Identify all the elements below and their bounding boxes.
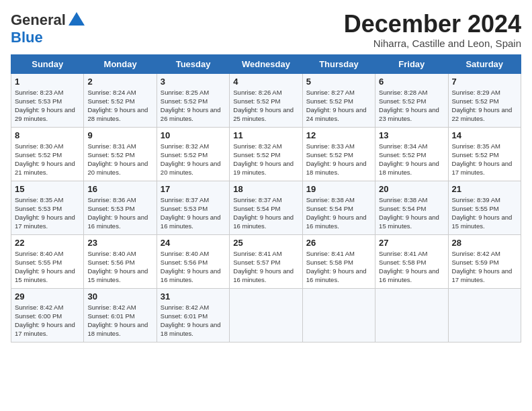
logo-icon (67, 11, 86, 30)
calendar-cell: 16Sunrise: 8:36 AMSunset: 5:53 PMDayligh… (84, 181, 157, 234)
day-number: 2 (87, 77, 152, 87)
day-number: 16 (87, 184, 152, 194)
weekday-header-row: SundayMondayTuesdayWednesdayThursdayFrid… (11, 54, 521, 73)
day-number: 10 (161, 130, 226, 140)
day-info: Sunrise: 8:30 AMSunset: 5:52 PMDaylight:… (15, 142, 75, 177)
day-number: 24 (161, 238, 226, 248)
header: General Blue December 2024 Niharra, Cast… (11, 11, 521, 49)
day-info: Sunrise: 8:28 AMSunset: 5:52 PMDaylight:… (379, 89, 439, 123)
calendar-cell: 10Sunrise: 8:32 AMSunset: 5:52 PMDayligh… (157, 127, 229, 181)
day-info: Sunrise: 8:42 AMSunset: 6:01 PMDaylight:… (87, 304, 148, 338)
calendar-subtitle: Niharra, Castille and Leon, Spain (344, 38, 521, 49)
calendar-cell: 11Sunrise: 8:32 AMSunset: 5:52 PMDayligh… (230, 127, 302, 181)
day-info: Sunrise: 8:37 AMSunset: 5:54 PMDaylight:… (233, 196, 294, 230)
calendar-cell: 31Sunrise: 8:42 AMSunset: 6:01 PMDayligh… (157, 288, 229, 342)
calendar-cell: 21Sunrise: 8:39 AMSunset: 5:55 PMDayligh… (448, 181, 521, 234)
calendar-cell: 13Sunrise: 8:34 AMSunset: 5:52 PMDayligh… (375, 127, 448, 181)
calendar-cell: 6Sunrise: 8:28 AMSunset: 5:52 PMDaylight… (375, 73, 448, 127)
calendar-cell: 3Sunrise: 8:25 AMSunset: 5:52 PMDaylight… (157, 73, 229, 127)
calendar-cell: 5Sunrise: 8:27 AMSunset: 5:52 PMDaylight… (302, 73, 375, 127)
day-info: Sunrise: 8:42 AMSunset: 6:00 PMDaylight:… (15, 304, 75, 338)
calendar-cell: 25Sunrise: 8:41 AMSunset: 5:57 PMDayligh… (230, 234, 302, 288)
day-number: 31 (161, 291, 226, 302)
calendar-cell: 18Sunrise: 8:37 AMSunset: 5:54 PMDayligh… (230, 181, 302, 234)
day-info: Sunrise: 8:40 AMSunset: 5:55 PMDaylight:… (15, 250, 75, 284)
calendar-cell: 24Sunrise: 8:40 AMSunset: 5:56 PMDayligh… (157, 234, 229, 288)
weekday-header-tuesday: Tuesday (157, 54, 229, 73)
day-number: 20 (379, 184, 444, 194)
day-info: Sunrise: 8:24 AMSunset: 5:52 PMDaylight:… (87, 89, 148, 123)
day-number: 13 (379, 130, 444, 140)
weekday-header-saturday: Saturday (448, 54, 521, 73)
day-number: 4 (233, 77, 298, 87)
calendar-cell: 26Sunrise: 8:41 AMSunset: 5:58 PMDayligh… (302, 234, 375, 288)
day-number: 22 (15, 238, 80, 248)
svg-marker-0 (69, 12, 85, 26)
weekday-header-friday: Friday (375, 54, 448, 73)
day-number: 25 (233, 238, 298, 248)
day-info: Sunrise: 8:39 AMSunset: 5:55 PMDaylight:… (452, 196, 513, 230)
calendar-cell (448, 288, 521, 342)
day-info: Sunrise: 8:36 AMSunset: 5:53 PMDaylight:… (87, 196, 148, 230)
day-info: Sunrise: 8:29 AMSunset: 5:52 PMDaylight:… (452, 89, 513, 123)
day-number: 19 (306, 184, 371, 194)
day-number: 28 (452, 238, 517, 248)
calendar-cell: 29Sunrise: 8:42 AMSunset: 6:00 PMDayligh… (11, 288, 84, 342)
calendar-cell: 27Sunrise: 8:41 AMSunset: 5:58 PMDayligh… (375, 234, 448, 288)
day-info: Sunrise: 8:27 AMSunset: 5:52 PMDaylight:… (306, 89, 367, 123)
day-number: 3 (161, 77, 226, 87)
day-info: Sunrise: 8:41 AMSunset: 5:58 PMDaylight:… (306, 250, 367, 284)
weekday-header-thursday: Thursday (302, 54, 375, 73)
day-number: 6 (379, 77, 444, 87)
calendar-cell: 12Sunrise: 8:33 AMSunset: 5:52 PMDayligh… (302, 127, 375, 181)
day-info: Sunrise: 8:33 AMSunset: 5:52 PMDaylight:… (306, 142, 367, 177)
calendar-cell (302, 288, 375, 342)
calendar-cell: 28Sunrise: 8:42 AMSunset: 5:59 PMDayligh… (448, 234, 521, 288)
day-info: Sunrise: 8:32 AMSunset: 5:52 PMDaylight:… (161, 142, 221, 177)
day-number: 18 (233, 184, 298, 194)
calendar-cell: 7Sunrise: 8:29 AMSunset: 5:52 PMDaylight… (448, 73, 521, 127)
calendar-week-1: 1Sunrise: 8:23 AMSunset: 5:53 PMDaylight… (11, 73, 521, 127)
day-info: Sunrise: 8:42 AMSunset: 6:01 PMDaylight:… (161, 304, 221, 338)
day-number: 1 (15, 77, 80, 87)
day-info: Sunrise: 8:31 AMSunset: 5:52 PMDaylight:… (87, 142, 148, 177)
day-number: 12 (306, 130, 371, 140)
day-info: Sunrise: 8:37 AMSunset: 5:53 PMDaylight:… (161, 196, 221, 230)
calendar-week-3: 15Sunrise: 8:35 AMSunset: 5:53 PMDayligh… (11, 181, 521, 234)
day-info: Sunrise: 8:35 AMSunset: 5:52 PMDaylight:… (452, 142, 513, 177)
day-info: Sunrise: 8:34 AMSunset: 5:52 PMDaylight:… (379, 142, 439, 177)
calendar-cell: 8Sunrise: 8:30 AMSunset: 5:52 PMDaylight… (11, 127, 84, 181)
calendar-week-2: 8Sunrise: 8:30 AMSunset: 5:52 PMDaylight… (11, 127, 521, 181)
day-number: 23 (87, 238, 152, 248)
day-number: 21 (452, 184, 517, 194)
day-number: 5 (306, 77, 371, 87)
day-number: 9 (87, 130, 152, 140)
calendar-table: SundayMondayTuesdayWednesdayThursdayFrid… (11, 54, 521, 342)
calendar-cell: 23Sunrise: 8:40 AMSunset: 5:56 PMDayligh… (84, 234, 157, 288)
calendar-cell: 30Sunrise: 8:42 AMSunset: 6:01 PMDayligh… (84, 288, 157, 342)
calendar-cell: 19Sunrise: 8:38 AMSunset: 5:54 PMDayligh… (302, 181, 375, 234)
weekday-header-wednesday: Wednesday (230, 54, 302, 73)
day-info: Sunrise: 8:38 AMSunset: 5:54 PMDaylight:… (306, 196, 367, 230)
logo-text: General (11, 12, 66, 28)
day-info: Sunrise: 8:23 AMSunset: 5:53 PMDaylight:… (15, 89, 75, 123)
day-info: Sunrise: 8:40 AMSunset: 5:56 PMDaylight:… (161, 250, 221, 284)
weekday-header-monday: Monday (84, 54, 157, 73)
calendar-week-4: 22Sunrise: 8:40 AMSunset: 5:55 PMDayligh… (11, 234, 521, 288)
day-number: 29 (15, 291, 80, 302)
calendar-cell: 2Sunrise: 8:24 AMSunset: 5:52 PMDaylight… (84, 73, 157, 127)
day-number: 8 (15, 130, 80, 140)
day-number: 27 (379, 238, 444, 248)
calendar-cell: 4Sunrise: 8:26 AMSunset: 5:52 PMDaylight… (230, 73, 302, 127)
title-area: December 2024 Niharra, Castille and Leon… (344, 11, 521, 49)
day-info: Sunrise: 8:41 AMSunset: 5:58 PMDaylight:… (379, 250, 439, 284)
day-info: Sunrise: 8:40 AMSunset: 5:56 PMDaylight:… (87, 250, 148, 284)
day-number: 30 (87, 291, 152, 302)
calendar-cell: 20Sunrise: 8:38 AMSunset: 5:54 PMDayligh… (375, 181, 448, 234)
day-info: Sunrise: 8:32 AMSunset: 5:52 PMDaylight:… (233, 142, 294, 177)
calendar-cell: 1Sunrise: 8:23 AMSunset: 5:53 PMDaylight… (11, 73, 84, 127)
calendar-cell (375, 288, 448, 342)
calendar-title: December 2024 (344, 11, 521, 38)
day-number: 14 (452, 130, 517, 140)
weekday-header-sunday: Sunday (11, 54, 84, 73)
